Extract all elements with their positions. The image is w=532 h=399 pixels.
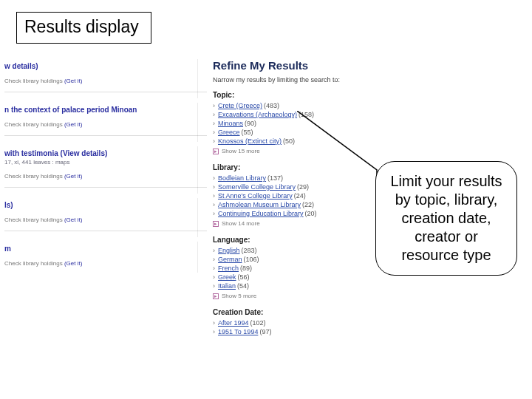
result-title-link[interactable]: with testimonia (View details) (4, 149, 107, 157)
facet-item[interactable]: ›Italian(54) (213, 282, 375, 290)
chevron-right-icon: › (213, 282, 215, 290)
facet-link[interactable]: After 1994 (218, 319, 249, 327)
expand-icon: ▸ (213, 221, 219, 227)
chevron-right-icon: › (213, 111, 215, 118)
chevron-right-icon: › (213, 129, 215, 136)
facet-item[interactable]: ›1951 To 1994(97) (213, 328, 375, 335)
facet-link[interactable]: Somerville College Library (218, 183, 296, 191)
show-more-link[interactable]: ▸Show 15 more (213, 148, 375, 154)
result-title-link[interactable]: w details) (4, 62, 38, 70)
holdings-line: Check library holdings (Get it) (4, 260, 207, 267)
chevron-right-icon: › (213, 273, 215, 281)
facet-item[interactable]: ›Crete (Greece)(483) (213, 102, 375, 109)
get-it-link[interactable]: (Get it) (64, 173, 82, 180)
show-more-link[interactable]: ▸Show 14 more (213, 220, 375, 227)
facet-title: Language: (213, 236, 375, 244)
facet-link[interactable]: St Anne's College Library (218, 192, 293, 200)
facet-link[interactable]: Minoans (218, 120, 243, 127)
facet-item[interactable]: ›After 1994(102) (213, 319, 375, 327)
facet-link[interactable]: Excavations (Archaeology) (218, 111, 297, 118)
facet-item[interactable]: ›Bodleian Library(137) (213, 174, 375, 182)
show-more-link[interactable]: ▸Show 5 more (213, 293, 375, 299)
facet-item[interactable]: ›Continuing Education Library(20) (213, 210, 375, 217)
refine-heading: Refine My Results (213, 59, 375, 72)
callout-text: Limit your results by topic, library, cr… (390, 173, 502, 263)
facet-link[interactable]: Continuing Education Library (218, 210, 304, 217)
facet-item[interactable]: ›German(106) (213, 256, 375, 263)
facet-library: Library: ›Bodleian Library(137) ›Somervi… (213, 163, 375, 227)
facet-link[interactable]: Greek (218, 273, 236, 281)
result-item: ls) Check library holdings (Get it) (0, 198, 207, 237)
result-item: w details) Check library holdings (Get i… (0, 59, 207, 98)
facet-language: Language: ›English(283) ›German(106) ›Fr… (213, 236, 375, 299)
facet-item[interactable]: ›Greece(55) (213, 129, 375, 136)
facet-count: (54) (237, 282, 249, 290)
result-title-link[interactable]: ls) (4, 201, 13, 209)
holdings-label: Check library holdings (4, 216, 63, 223)
chevron-right-icon: › (213, 210, 215, 217)
facet-link[interactable]: English (218, 247, 240, 254)
chevron-right-icon: › (213, 201, 215, 208)
facet-count: (283) (242, 247, 257, 254)
facet-count: (89) (240, 265, 252, 272)
facet-item[interactable]: ›Somerville College Library(29) (213, 183, 375, 191)
facet-count: (50) (283, 137, 295, 145)
chevron-right-icon: › (213, 192, 215, 200)
holdings-label: Check library holdings (4, 173, 63, 180)
refine-panel: Refine My Results Narrow my results by l… (213, 59, 375, 399)
facet-link[interactable]: Ashmolean Museum Library (218, 201, 301, 208)
facet-link[interactable]: German (218, 256, 242, 263)
chevron-right-icon: › (213, 265, 215, 272)
facet-item[interactable]: ›Minoans(90) (213, 120, 375, 127)
facet-count: (20) (305, 210, 317, 217)
facet-link[interactable]: Greece (218, 129, 240, 136)
expand-icon: ▸ (213, 293, 219, 299)
holdings-label: Check library holdings (4, 260, 63, 267)
facet-count: (24) (294, 192, 306, 200)
facet-link[interactable]: Crete (Greece) (218, 102, 262, 109)
facet-link[interactable]: 1951 To 1994 (218, 328, 258, 335)
facet-item[interactable]: ›Knossos (Extinct city)(50) (213, 137, 375, 145)
result-item: with testimonia (View details) 17, xi, 4… (0, 146, 207, 194)
get-it-link[interactable]: (Get it) (64, 260, 82, 267)
facet-count: (56) (238, 273, 250, 281)
chevron-right-icon: › (213, 247, 215, 254)
facet-item[interactable]: ›Ashmolean Museum Library(22) (213, 201, 375, 208)
facet-count: (22) (302, 201, 314, 208)
facet-title: Topic: (213, 91, 375, 99)
facet-count: (55) (242, 129, 253, 136)
get-it-link[interactable]: (Get it) (64, 216, 82, 223)
result-title-link[interactable]: m (4, 245, 11, 253)
facet-link[interactable]: Knossos (Extinct city) (218, 137, 282, 145)
chevron-right-icon: › (213, 328, 215, 335)
facet-count: (158) (299, 111, 314, 118)
chevron-right-icon: › (213, 102, 215, 109)
facet-item[interactable]: ›Greek(56) (213, 273, 375, 281)
result-meta: 17, xi, 441 leaves : maps (4, 159, 207, 166)
facet-count: (90) (245, 120, 256, 127)
facet-item[interactable]: ›English(283) (213, 247, 375, 254)
get-it-link[interactable]: (Get it) (64, 78, 82, 84)
facet-item[interactable]: ›St Anne's College Library(24) (213, 192, 375, 200)
holdings-label: Check library holdings (4, 121, 63, 128)
facet-item[interactable]: ›Excavations (Archaeology)(158) (213, 111, 375, 118)
facet-link[interactable]: Italian (218, 282, 236, 290)
result-item: n the context of palace period Minoan Ch… (0, 103, 207, 142)
results-column: w details) Check library holdings (Get i… (0, 59, 207, 277)
holdings-line: Check library holdings (Get it) (4, 78, 207, 84)
holdings-line: Check library holdings (Get it) (4, 216, 207, 223)
page-title: Results display (16, 12, 151, 44)
facet-count: (106) (244, 256, 259, 263)
facet-count: (483) (264, 102, 279, 109)
facet-link[interactable]: French (218, 265, 239, 272)
chevron-right-icon: › (213, 137, 215, 145)
facet-item[interactable]: ›French(89) (213, 265, 375, 272)
result-title-link[interactable]: n the context of palace period Minoan (4, 106, 137, 114)
facet-title: Creation Date: (213, 308, 375, 316)
get-it-link[interactable]: (Get it) (64, 121, 82, 128)
facet-link[interactable]: Bodleian Library (218, 174, 266, 182)
chevron-right-icon: › (213, 120, 215, 127)
chevron-right-icon: › (213, 174, 215, 182)
result-item: m Check library holdings (Get it) (0, 242, 207, 273)
facet-count: (29) (297, 183, 309, 191)
